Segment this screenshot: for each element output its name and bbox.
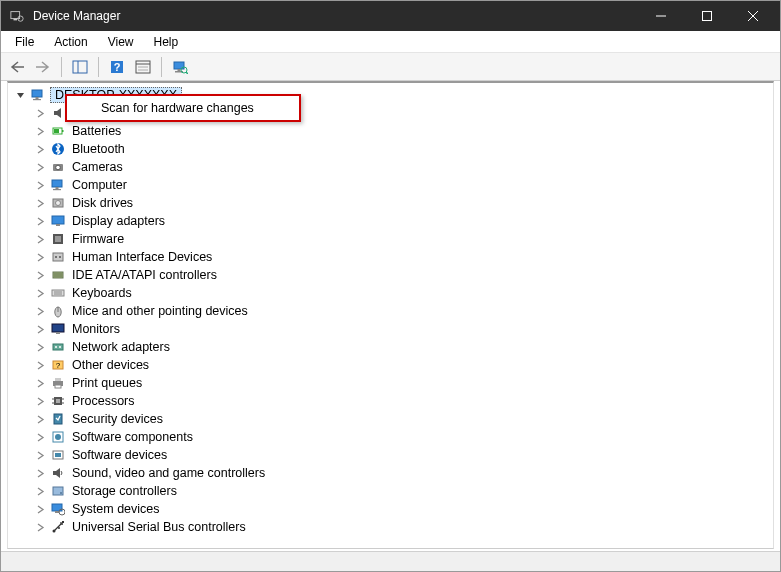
svg-rect-59 xyxy=(55,385,61,388)
svg-point-54 xyxy=(59,346,61,348)
chevron-right-icon[interactable] xyxy=(34,161,46,173)
show-hide-console-tree-button[interactable] xyxy=(68,56,92,78)
tree-category-label: Computer xyxy=(70,178,129,192)
toolbar: ? xyxy=(1,53,780,81)
tree-category-node[interactable]: Batteries xyxy=(30,122,771,140)
svg-rect-1 xyxy=(14,19,18,21)
svg-point-68 xyxy=(55,434,61,440)
tree-category-node[interactable]: Processors xyxy=(30,392,771,410)
menu-help[interactable]: Help xyxy=(144,33,189,51)
svg-rect-70 xyxy=(55,453,61,457)
tree-category-node[interactable]: Firmware xyxy=(30,230,771,248)
tree-category-label: Network adapters xyxy=(70,340,172,354)
chevron-right-icon[interactable] xyxy=(34,377,46,389)
menu-file[interactable]: File xyxy=(5,33,44,51)
tree-category-label: Universal Serial Bus controllers xyxy=(70,520,248,534)
tree-category-node[interactable]: Display adapters xyxy=(30,212,771,230)
chevron-right-icon[interactable] xyxy=(34,233,46,245)
tree-category-node[interactable]: Keyboards xyxy=(30,284,771,302)
tree-category-label: Cameras xyxy=(70,160,125,174)
minimize-button[interactable] xyxy=(638,1,684,31)
tree-category-label: Firmware xyxy=(70,232,126,246)
properties-button[interactable] xyxy=(131,56,155,78)
tree-category-node[interactable]: IDE ATA/ATAPI controllers xyxy=(30,266,771,284)
tree-category-label: Display adapters xyxy=(70,214,167,228)
svg-rect-16 xyxy=(178,69,181,71)
system-icon xyxy=(50,501,66,517)
ctx-scan-for-hardware-changes[interactable]: Scan for hardware changes xyxy=(67,96,299,120)
back-button[interactable] xyxy=(5,56,29,78)
menu-view[interactable]: View xyxy=(98,33,144,51)
chevron-right-icon[interactable] xyxy=(34,215,46,227)
chevron-right-icon[interactable] xyxy=(34,413,46,425)
chevron-right-icon[interactable] xyxy=(34,431,46,443)
tree-category-label: Storage controllers xyxy=(70,484,179,498)
chevron-right-icon[interactable] xyxy=(34,305,46,317)
tree-category-node[interactable]: Mice and other pointing devices xyxy=(30,302,771,320)
scan-hardware-changes-button[interactable] xyxy=(168,56,192,78)
computer-icon xyxy=(30,87,46,103)
help-button[interactable]: ? xyxy=(105,56,129,78)
tree-category-node[interactable]: Software components xyxy=(30,428,771,446)
tree-category-node[interactable]: Disk drives xyxy=(30,194,771,212)
usb-icon xyxy=(50,519,66,535)
tree-category-node[interactable]: Monitors xyxy=(30,320,771,338)
svg-rect-35 xyxy=(52,216,64,224)
chevron-right-icon[interactable] xyxy=(34,485,46,497)
tree-category-label: Software devices xyxy=(70,448,169,462)
tree-category-node[interactable]: Computer xyxy=(30,176,771,194)
tree-category-node[interactable]: Network adapters xyxy=(30,338,771,356)
chevron-right-icon[interactable] xyxy=(34,449,46,461)
svg-rect-80 xyxy=(62,521,64,523)
svg-rect-71 xyxy=(53,471,56,475)
tree-category-node[interactable]: Cameras xyxy=(30,158,771,176)
tree-category-node[interactable]: ?Other devices xyxy=(30,356,771,374)
chevron-right-icon[interactable] xyxy=(34,323,46,335)
tree-category-node[interactable]: Human Interface Devices xyxy=(30,248,771,266)
tree-category-node[interactable]: Security devices xyxy=(30,410,771,428)
menu-action[interactable]: Action xyxy=(44,33,97,51)
svg-rect-45 xyxy=(52,290,64,296)
tree-category-label: Human Interface Devices xyxy=(70,250,214,264)
svg-rect-51 xyxy=(56,332,60,334)
device-tree-panel[interactable]: DESKTOP-XXXXXXX Audio inputs and outputs… xyxy=(7,81,774,549)
maximize-button[interactable] xyxy=(684,1,730,31)
svg-rect-36 xyxy=(56,224,60,226)
chevron-right-icon[interactable] xyxy=(34,197,46,209)
close-button[interactable] xyxy=(730,1,776,31)
status-bar xyxy=(1,551,780,571)
chevron-right-icon[interactable] xyxy=(34,521,46,533)
chevron-right-icon[interactable] xyxy=(34,251,46,263)
forward-button[interactable] xyxy=(31,56,55,78)
tree-category-node[interactable]: Universal Serial Bus controllers xyxy=(30,518,771,536)
chevron-right-icon[interactable] xyxy=(34,143,46,155)
tree-category-node[interactable]: System devices xyxy=(30,500,771,518)
tree-category-node[interactable]: Software devices xyxy=(30,446,771,464)
tree-category-node[interactable]: Sound, video and game controllers xyxy=(30,464,771,482)
svg-rect-38 xyxy=(55,236,61,242)
chevron-right-icon[interactable] xyxy=(34,395,46,407)
tree-category-node[interactable]: Print queues xyxy=(30,374,771,392)
network-icon xyxy=(50,339,66,355)
firmware-icon xyxy=(50,231,66,247)
app-icon xyxy=(9,8,25,24)
tree-category-label: Other devices xyxy=(70,358,151,372)
chevron-right-icon[interactable] xyxy=(34,179,46,191)
tree-category-node[interactable]: Bluetooth xyxy=(30,140,771,158)
ide-icon xyxy=(50,267,66,283)
svg-rect-4 xyxy=(703,12,712,21)
titlebar: Device Manager xyxy=(1,1,780,31)
chevron-right-icon[interactable] xyxy=(34,107,46,119)
chevron-right-icon[interactable] xyxy=(34,125,46,137)
tree-category-node[interactable]: Storage controllers xyxy=(30,482,771,500)
chevron-right-icon[interactable] xyxy=(34,341,46,353)
chevron-right-icon[interactable] xyxy=(34,467,46,479)
tree-category-label: Mice and other pointing devices xyxy=(70,304,250,318)
tree-category-label: Disk drives xyxy=(70,196,135,210)
svg-point-41 xyxy=(59,256,61,258)
chevron-right-icon[interactable] xyxy=(34,287,46,299)
chevron-right-icon[interactable] xyxy=(34,503,46,515)
chevron-down-icon[interactable] xyxy=(14,89,26,101)
chevron-right-icon[interactable] xyxy=(34,359,46,371)
chevron-right-icon[interactable] xyxy=(34,269,46,281)
